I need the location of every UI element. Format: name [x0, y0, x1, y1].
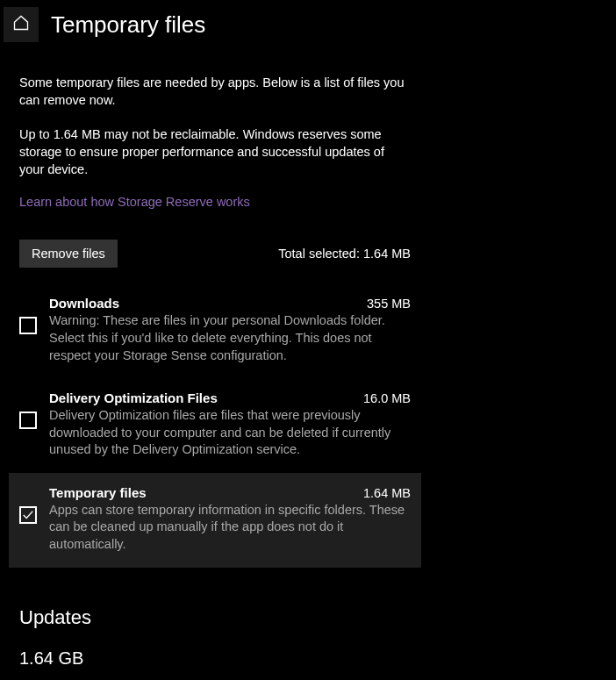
updates-heading: Updates: [19, 606, 411, 629]
total-selected-label: Total selected: 1.64 MB: [278, 247, 411, 261]
file-title: Temporary files: [49, 485, 147, 500]
intro-text-2: Up to 1.64 MB may not be reclaimable. Wi…: [19, 125, 411, 179]
file-item-delivery-optimization[interactable]: Delivery Optimization Files 16.0 MB Deli…: [9, 378, 421, 473]
remove-files-button[interactable]: Remove files: [19, 240, 118, 268]
file-body: Downloads 355 MB Warning: These are file…: [49, 296, 411, 364]
file-description: Apps can store temporary information in …: [49, 502, 411, 554]
checkbox-delivery-optimization[interactable]: [19, 412, 37, 429]
file-size: 1.64 MB: [363, 486, 411, 500]
updates-size: 1.64 GB: [19, 648, 411, 669]
file-size: 16.0 MB: [363, 391, 411, 405]
page-header: Temporary files: [0, 0, 616, 49]
file-head: Temporary files 1.64 MB: [49, 485, 411, 500]
file-size: 355 MB: [367, 297, 411, 311]
action-row: Remove files Total selected: 1.64 MB: [19, 240, 411, 268]
learn-link[interactable]: Learn about how Storage Reserve works: [19, 195, 250, 209]
intro-text-1: Some temporary files are needed by apps.…: [19, 74, 411, 110]
file-body: Temporary files 1.64 MB Apps can store t…: [49, 485, 411, 554]
check-icon: [22, 509, 34, 521]
home-icon: [12, 14, 30, 35]
main-content: Some temporary files are needed by apps.…: [0, 49, 430, 680]
file-description: Warning: These are files in your persona…: [49, 312, 411, 364]
file-head: Delivery Optimization Files 16.0 MB: [49, 390, 411, 405]
checkbox-temporary-files[interactable]: [19, 506, 37, 524]
file-head: Downloads 355 MB: [49, 296, 411, 311]
page-title: Temporary files: [51, 11, 205, 39]
home-button[interactable]: [4, 7, 39, 42]
file-title: Delivery Optimization Files: [49, 390, 218, 405]
file-item-downloads[interactable]: Downloads 355 MB Warning: These are file…: [9, 283, 421, 378]
file-list: Downloads 355 MB Warning: These are file…: [9, 283, 421, 567]
file-description: Delivery Optimization files are files th…: [49, 407, 411, 459]
checkbox-downloads[interactable]: [19, 317, 37, 334]
file-item-temporary-files[interactable]: Temporary files 1.64 MB Apps can store t…: [9, 473, 421, 568]
file-body: Delivery Optimization Files 16.0 MB Deli…: [49, 390, 411, 459]
file-title: Downloads: [49, 296, 119, 311]
